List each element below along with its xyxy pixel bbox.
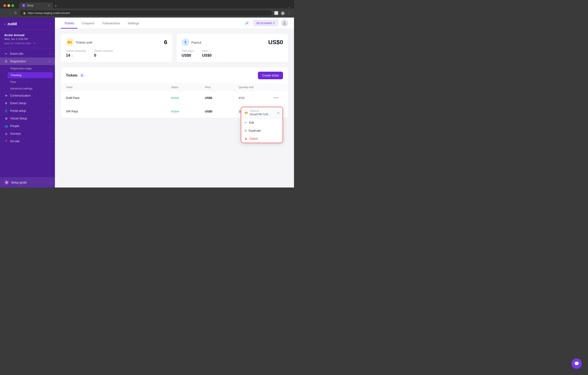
sidebar-item-communication[interactable]: ✉ Communication ⌄ — [0, 92, 55, 99]
ticket-name: Gold Pass — [66, 96, 171, 99]
dropdown-duplicate-label: Duplicate — [249, 129, 261, 132]
ticket-status: Active — [171, 96, 205, 99]
user-avatar[interactable] — [281, 20, 288, 27]
sidebar-item-label: Surveys — [10, 132, 21, 135]
col-actions — [273, 86, 283, 89]
setup-guide-label: Setup guide — [11, 181, 27, 184]
dropdown-delete-label: Delete — [249, 137, 258, 140]
event-info-section: Acme Annual Wed, Jan 3, 6:00 PM Event ID… — [0, 30, 55, 48]
header-actions: 🔗 Go to event ↗ — [243, 20, 288, 27]
chevron-icon: ⌄ — [49, 52, 51, 55]
tickets-section: Tickets 2 Create ticket Ticket Status Pr… — [61, 67, 288, 118]
sidebar-item-label: Portal setup — [10, 109, 26, 112]
tab-transactions[interactable]: Transactions — [99, 18, 123, 29]
sidebar-item-portal-setup[interactable]: 👤 Portal setup ⌄ — [0, 107, 55, 115]
tab-close-button[interactable]: ✕ — [48, 4, 50, 7]
copy-event-id-icon[interactable]: ⧉ — [34, 42, 35, 44]
sidebar-item-virtual-setup[interactable]: 🖥 Virtual Setup ⌄ — [0, 115, 55, 122]
sidebar-item-surveys[interactable]: ◎ Surveys — [0, 130, 55, 137]
edit-icon: ✏ — [245, 121, 247, 124]
chevron-icon: ⌄ — [49, 140, 51, 143]
ticket-name: VIP Pass — [66, 110, 171, 113]
chevron-icon: ∧ — [49, 60, 51, 63]
sidebar-item-registration-page[interactable]: Registration page — [0, 65, 55, 72]
tab-end-icon: ⌄ — [288, 5, 291, 9]
forward-button[interactable]: › — [8, 10, 11, 16]
event-date: Wed, Jan 3, 6:00 PM — [4, 38, 51, 41]
tickets-sold-card: 🎫 Tickets sold 6 Tickets remaining 14 ⌄ — [61, 34, 172, 62]
ticket-id-section: 🎫 Ticket ID 32cad749-7c4f... ⧉ — [241, 107, 283, 119]
dropdown-duplicate-item[interactable]: ⧉ Duplicate — [241, 127, 283, 135]
tab-favicon: Z — [22, 4, 25, 7]
chevron-icon: ⌄ — [49, 102, 51, 105]
tab-settings[interactable]: Settings — [124, 18, 142, 29]
new-tab-button[interactable]: + — [53, 4, 59, 9]
ticket-id-label: Ticket ID — [250, 110, 270, 112]
chevron-icon: ⌄ — [49, 117, 51, 120]
sidebar-setup-guide[interactable]: ⭐ Setup guide › — [0, 177, 55, 188]
more-options-button[interactable]: ••• — [273, 95, 283, 101]
sidebar-item-event-info[interactable]: ✏ Event info ⌄ — [0, 50, 55, 57]
context-menu: 🎫 Ticket ID 32cad749-7c4f... ⧉ ✏ Edit — [241, 107, 283, 143]
maximize-button[interactable] — [11, 4, 14, 7]
people-icon: 👥 — [4, 124, 8, 128]
duplicate-icon: ⧉ — [245, 129, 246, 132]
fees-value: US$0 — [202, 53, 212, 58]
location-icon: 📍 — [4, 140, 8, 143]
create-ticket-button[interactable]: Create ticket — [258, 72, 283, 79]
list-icon: ☰ — [4, 60, 8, 63]
trash-icon: 🗑 — [245, 137, 247, 140]
ellipsis-icon: ••• — [273, 95, 279, 100]
sidebar-item-advanced-settings[interactable]: Advanced settings — [0, 85, 55, 92]
chevron-icon: ⌄ — [49, 94, 51, 97]
sidebar-item-label: People — [10, 124, 20, 128]
fees-label: Fees — [202, 49, 212, 52]
copy-ticket-id-button[interactable]: ⧉ — [277, 111, 279, 115]
table-header: Ticket Status Price Quantity sold — [61, 84, 288, 91]
ticket-icon: 🎫 — [66, 38, 74, 46]
menu-icon[interactable]: ⋮ — [287, 11, 291, 15]
sidebar-item-label: Event Setup — [10, 101, 26, 105]
setup-chevron-icon: › — [50, 181, 51, 184]
sidebar-logo: zuddl — [7, 22, 17, 26]
go-to-event-button[interactable]: Go to event ↗ — [253, 20, 278, 26]
refresh-button[interactable]: ↻ — [13, 10, 18, 16]
tickets-sold-title: Tickets sold — [76, 41, 92, 44]
sidebar-item-people[interactable]: 👥 People ⌄ — [0, 122, 55, 130]
sidebar-nav: ✏ Event info ⌄ ☰ Registration ∧ Registra… — [0, 48, 55, 177]
ticket-quantity: 4/10 — [239, 96, 273, 99]
record-icon[interactable]: ⬤ — [281, 11, 285, 15]
address-bar[interactable]: 🔒 https://setup.staging.zuddl.io/event — [20, 10, 272, 16]
link-button[interactable]: 🔗 — [243, 20, 251, 27]
remaining-value: 14 ⌄ — [66, 53, 86, 58]
back-button[interactable]: ‹ — [3, 10, 6, 16]
tickets-section-title: Tickets — [66, 74, 77, 77]
browser-tab[interactable]: Z Setup ✕ — [19, 2, 53, 9]
sidebar-item-registration[interactable]: ☰ Registration ∧ — [0, 57, 55, 65]
tab-tickets[interactable]: Tickets — [61, 18, 77, 29]
ticket-id-icon: 🎫 — [245, 111, 248, 114]
total-sales-label: Total sales — [182, 49, 194, 52]
tab-coupons[interactable]: Coupons — [78, 18, 98, 29]
payout-title: Payout — [191, 41, 201, 44]
dropdown-delete-item[interactable]: 🗑 Delete — [241, 135, 283, 143]
monitor-icon: 🖥 — [4, 117, 8, 120]
minimize-button[interactable] — [7, 4, 10, 7]
sidebar-item-event-setup[interactable]: ⚙ Event Setup ⌄ — [0, 99, 55, 107]
sidebar-item-on-site[interactable]: 📍 On-site ⌄ — [0, 137, 55, 145]
sidebar-back-button[interactable]: ‹ — [4, 22, 5, 26]
cast-icon[interactable]: ⬜ — [274, 11, 278, 15]
sidebar-item-flow[interactable]: Flow — [0, 79, 55, 85]
stats-row: 🎫 Tickets sold 6 Tickets remaining 14 ⌄ — [61, 34, 288, 62]
event-id: Event ID: 220d673a-0859... ⧉ — [4, 42, 51, 44]
close-button[interactable] — [3, 4, 6, 7]
dropdown-edit-label: Edit — [249, 121, 254, 124]
refunded-value: 0 — [94, 53, 113, 58]
col-quantity: Quantity sold — [239, 86, 273, 89]
remaining-label: Tickets remaining — [66, 49, 86, 52]
sidebar-item-ticketing[interactable]: Ticketing — [8, 72, 53, 78]
gear-icon: ⚙ — [4, 102, 8, 105]
payout-card: $ Payout US$0 Total sales US$0 Fees US$0 — [177, 34, 288, 62]
url-text: https://setup.staging.zuddl.io/event — [28, 11, 70, 15]
dropdown-edit-item[interactable]: ✏ Edit — [241, 119, 283, 127]
